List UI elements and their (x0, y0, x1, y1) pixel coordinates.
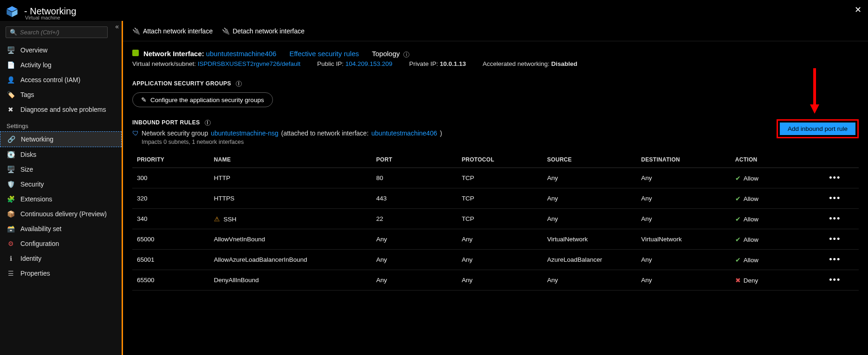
sidebar-item-availability-set[interactable]: 🗃️ Availability set (0, 221, 122, 236)
public-ip-link[interactable]: 104.209.153.209 (345, 60, 392, 67)
row-menu[interactable]: ••• (824, 250, 859, 270)
sidebar-item-identity[interactable]: ℹ Identity (0, 251, 122, 266)
nic-label: Network Interface: (143, 50, 204, 58)
cell-port: Any (372, 270, 457, 290)
cell-port: 22 (372, 209, 457, 229)
row-menu[interactable]: ••• (824, 209, 859, 229)
collapse-sidebar-icon[interactable]: « (115, 23, 119, 30)
cell-source: VirtualNetwork (543, 229, 637, 250)
cell-action: ✔Allow (731, 209, 825, 229)
sidebar-item-continuous-delivery[interactable]: 📦 Continuous delivery (Preview) (0, 207, 122, 221)
cell-priority: 65000 (132, 229, 209, 250)
table-row[interactable]: 340⚠ SSH22TCPAnyAny✔Allow••• (132, 209, 859, 229)
col-port[interactable]: PORT (372, 152, 457, 168)
content-area: Network Interface: ubuntutestmachine406 … (123, 41, 868, 290)
sidebar-item-extensions[interactable]: 🧩 Extensions (0, 192, 122, 207)
row-menu[interactable]: ••• (824, 168, 859, 188)
nsg-impacts: Impacts 0 subnets, 1 network interfaces (142, 139, 442, 145)
topology-link[interactable]: Topology i (372, 50, 409, 58)
sidebar-item-overview[interactable]: 🖥️ Overview (0, 43, 122, 58)
private-ip-value: 10.0.1.13 (440, 60, 466, 67)
cell-protocol: TCP (457, 188, 543, 209)
table-row[interactable]: 65001 AllowAzureLoadBalancerInBoundAnyAn… (132, 250, 859, 270)
col-priority[interactable]: PRIORITY (132, 152, 209, 168)
more-icon[interactable]: ••• (829, 234, 841, 244)
inbound-title-text: INBOUND PORT RULES (132, 119, 200, 126)
sidebar-item-configuration[interactable]: ⚙ Configuration (0, 236, 122, 251)
sidebar-item-properties[interactable]: ☰ Properties (0, 266, 122, 281)
col-menu (824, 152, 859, 168)
info-icon[interactable]: i (403, 52, 409, 58)
sidebar-item-label: Availability set (20, 225, 61, 232)
info-icon[interactable]: i (205, 120, 211, 126)
sidebar-item-label: Security (20, 181, 44, 188)
sidebar-item-security[interactable]: 🛡️ Security (0, 177, 122, 192)
col-protocol[interactable]: PROTOCOL (457, 152, 543, 168)
table-row[interactable]: 320 HTTPS443TCPAnyAny✔Allow••• (132, 188, 859, 209)
sidebar-item-label: Identity (20, 255, 41, 262)
info-icon[interactable]: i (236, 81, 242, 87)
cell-action: ✔Allow (731, 188, 825, 209)
sidebar-search[interactable]: 🔍 (6, 26, 108, 38)
vnet-link[interactable]: ISPDRSBXUSEST2rgvne726/default (198, 60, 300, 67)
sidebar-item-networking[interactable]: 🔗 Networking (0, 131, 122, 147)
nic-label-group: Network Interface: ubuntutestmachine406 (132, 50, 276, 58)
close-icon[interactable]: ✕ (855, 5, 862, 15)
app-sec-title-text: APPLICATION SECURITY GROUPS (132, 80, 231, 87)
row-menu[interactable]: ••• (824, 270, 859, 290)
topology-label: Topology (372, 50, 400, 58)
configure-asg-button[interactable]: ✎ Configure the application security gro… (132, 92, 273, 107)
cell-name: AllowAzureLoadBalancerInBound (209, 250, 372, 270)
cell-source: AzureLoadBalancer (543, 250, 637, 270)
cell-source: Any (543, 188, 637, 209)
nsg-link[interactable]: ubuntutestmachine-nsg (211, 129, 279, 137)
col-destination[interactable]: DESTINATION (636, 152, 731, 168)
sidebar-item-diagnose[interactable]: ✖ Diagnose and solve problems (0, 102, 122, 117)
cell-port: 443 (372, 188, 457, 209)
vm-icon (6, 5, 19, 18)
cell-name: ⚠ SSH (209, 209, 372, 229)
cell-source: Any (543, 270, 637, 290)
accel-label: Accelerated networking: (483, 60, 550, 67)
col-action[interactable]: ACTION (731, 152, 825, 168)
toolbar: 🔌 Attach network interface 🔌 Detach netw… (123, 21, 868, 41)
nic-name-link[interactable]: ubuntutestmachine406 (206, 50, 277, 58)
table-row[interactable]: 300 HTTP80TCPAnyAny✔Allow••• (132, 168, 859, 188)
cell-destination: VirtualNetwork (636, 229, 731, 250)
attach-icon: 🔌 (132, 27, 140, 35)
table-row[interactable]: 65000 AllowVnetInBoundAnyAnyVirtualNetwo… (132, 229, 859, 250)
more-icon[interactable]: ••• (829, 255, 841, 264)
row-menu[interactable]: ••• (824, 188, 859, 209)
sidebar-item-access-control[interactable]: 👤 Access control (IAM) (0, 72, 122, 87)
row-menu[interactable]: ••• (824, 229, 859, 250)
disk-icon: 💽 (6, 150, 15, 159)
more-icon[interactable]: ••• (829, 214, 841, 223)
effective-rules-link[interactable]: Effective security rules (289, 50, 359, 58)
attach-nic-button[interactable]: 🔌 Attach network interface (132, 27, 213, 35)
table-row[interactable]: 65500 DenyAllInBoundAnyAnyAnyAny✖Deny••• (132, 270, 859, 290)
sidebar-item-disks[interactable]: 💽 Disks (0, 147, 122, 162)
sidebar-item-size[interactable]: 🖥️ Size (0, 162, 122, 177)
more-icon[interactable]: ••• (829, 173, 841, 182)
log-icon: 📄 (6, 61, 15, 69)
sidebar-item-label: Networking (21, 136, 53, 143)
annotation-highlight-box: Add inbound port rule (777, 119, 859, 138)
nsg-description: 🛡 Network security group ubuntutestmachi… (132, 129, 442, 137)
allow-icon: ✔ (735, 257, 741, 264)
col-name[interactable]: NAME (209, 152, 372, 168)
sidebar-item-activity-log[interactable]: 📄 Activity log (0, 58, 122, 72)
cell-source: Any (543, 209, 637, 229)
sidebar-item-tags[interactable]: 🏷️ Tags (0, 87, 122, 102)
more-icon[interactable]: ••• (829, 275, 841, 284)
inbound-rules-table: PRIORITY NAME PORT PROTOCOL SOURCE DESTI… (132, 152, 859, 290)
sidebar-item-label: Extensions (20, 195, 52, 203)
sidebar-item-label: Tags (20, 91, 34, 98)
add-inbound-rule-button[interactable]: Add inbound port rule (780, 123, 855, 135)
more-icon[interactable]: ••• (829, 194, 841, 203)
detach-nic-button[interactable]: 🔌 Detach network interface (222, 27, 304, 35)
nsg-nic-link[interactable]: ubuntutestmachine406 (371, 129, 437, 137)
search-input[interactable] (20, 29, 104, 36)
col-source[interactable]: SOURCE (543, 152, 637, 168)
wrench-icon: ✖ (6, 105, 15, 114)
body: « 🔍 🖥️ Overview 📄 Activity log 👤 Access … (0, 21, 868, 355)
